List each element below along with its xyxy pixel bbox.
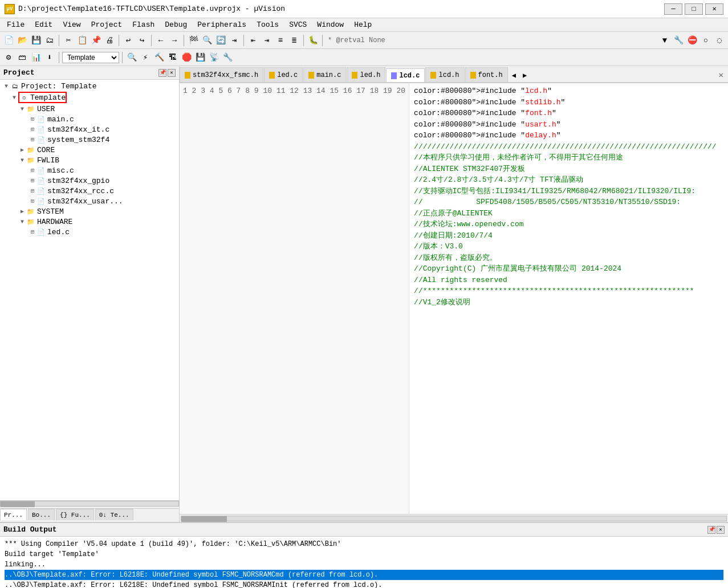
menu-item-edit[interactable]: Edit [30,19,57,30]
tree-gpio[interactable]: ⊞ 📄 stm32f4xx_gpio [27,175,179,186]
tab-ledc[interactable]: led.c [264,67,303,82]
toolbar-btn-extra5[interactable]: ◌ [713,34,726,47]
tab-stm32f4xx_fsmch[interactable]: stm32f4xx_fsmc.h [180,67,263,82]
build-pin-button[interactable]: 📌 [707,526,715,534]
code-editor[interactable]: 1 2 3 4 5 6 7 8 9 10 11 12 13 14 15 16 1… [180,83,728,514]
tab-nav-left[interactable]: ◀ [509,69,519,82]
menu-item-peripherals[interactable]: Peripherals [193,19,251,30]
proj-tab-bo[interactable]: Bo... [28,509,55,520]
flash2-btn[interactable]: 📡 [208,51,220,64]
tree-core-folder[interactable]: ▶ 📁 CORE [17,145,179,155]
debug-button[interactable]: 🐛 [307,34,319,47]
menu-item-svcs[interactable]: SVCS [284,19,311,30]
find-button[interactable]: 🔍 [201,34,213,47]
expand-core[interactable]: ▶ [18,146,26,154]
flash3-btn[interactable]: 🔧 [221,51,234,64]
menu-item-window[interactable]: Window [312,19,348,30]
tab-lcdc[interactable]: lcd.c [386,68,425,83]
menu-item-file[interactable]: File [2,19,29,30]
proj-tab-te[interactable]: 0↓ Te... [95,509,133,520]
tab-nav-right[interactable]: ▶ [519,69,530,82]
menu-item-tools[interactable]: Tools [252,19,283,30]
outdent-button[interactable]: ⇥ [261,34,273,47]
tree-usar[interactable]: ⊞ 📄 stm32f4xx_usar... [27,196,179,206]
build-close-button[interactable]: ✕ [717,526,725,534]
tree-led-c[interactable]: ⊞ 📄 led.c [27,227,179,237]
tab-mainc[interactable]: main.c [303,67,346,82]
redo-button[interactable]: ↪ [136,34,148,47]
download-button[interactable]: ⬇ [43,51,56,64]
window-controls[interactable]: — □ ✕ [664,3,723,15]
indent-button[interactable]: ⇥ [228,34,241,47]
toolbar-btn-extra4[interactable]: ○ [699,34,712,47]
expand-user[interactable]: ▼ [18,105,26,113]
code-content[interactable]: color:#800080">#include "lcd.h" color:#8… [409,83,728,514]
paste-button[interactable]: 📌 [90,34,102,47]
cut-button[interactable]: ✂ [62,34,75,47]
print-button[interactable]: 🖨 [103,34,116,47]
menu-item-flash[interactable]: Flash [128,19,159,30]
list2-button[interactable]: ≣ [288,34,300,47]
forward-button[interactable]: → [168,34,181,47]
expand-usar[interactable]: ⊞ [29,197,36,205]
list-button[interactable]: ≡ [274,34,287,47]
panel-close-button[interactable]: ✕ [168,69,176,77]
new-file-button[interactable]: 📄 [2,34,15,47]
menu-item-view[interactable]: View [58,19,85,30]
toolbar-btn-extra3[interactable]: ⛔ [686,34,698,47]
save-all-button[interactable]: 🗂 [43,34,56,47]
expand-misc-c[interactable]: ⊞ [29,166,36,174]
expand-template[interactable]: ▼ [10,93,18,101]
expand-gpio[interactable]: ⊞ [29,177,36,185]
tab-fonth[interactable]: font.h [465,67,508,82]
open-button[interactable]: 📂 [16,34,29,47]
expand-system-stm32[interactable]: ⊞ [29,136,36,144]
zoom-button[interactable]: 🔍 [125,51,138,64]
tree-stm32-it[interactable]: ⊞ 📄 stm32f4xx_it.c [27,124,179,134]
save-button[interactable]: 💾 [30,34,42,47]
expand-main-c[interactable]: ⊞ [29,115,36,123]
close-button[interactable]: ✕ [705,3,723,15]
rebuild-button[interactable]: 🏗 [166,51,179,64]
manage-button[interactable]: 🗃 [16,51,29,64]
tree-fwlib-folder[interactable]: ▼ 📁 FWLIB [17,155,179,165]
tree-rcc[interactable]: ⊞ 📄 stm32f4xx_rcc.c [27,186,179,196]
code-hscroll-track[interactable] [181,516,727,521]
expand-fwlib[interactable]: ▼ [18,156,26,164]
back-button[interactable]: ← [154,34,167,47]
menu-item-debug[interactable]: Debug [160,19,192,30]
stop-button[interactable]: 🛑 [180,51,193,64]
bookmark-button[interactable]: 🏁 [187,34,200,47]
proj-tab-pr[interactable]: Pr... [0,509,27,520]
tab-close-all[interactable]: ✕ [714,68,728,82]
tab-lcdh[interactable]: lcd.h [425,67,464,82]
expand-root[interactable]: ▼ [2,82,10,90]
tree-system-stm32[interactable]: ⊞ 📄 system_stm32f4 [27,134,179,145]
tree-system-folder[interactable]: ▶ 📁 SYSTEM [17,206,179,217]
translate-button[interactable]: ⚡ [139,51,152,64]
build-target-button[interactable]: ⚙ [2,51,15,64]
translate2-button[interactable]: 🔨 [153,51,165,64]
tree-root[interactable]: ▼ 🗂 Project: Template [0,81,179,91]
undo-button[interactable]: ↩ [122,34,135,47]
toolbar-btn-extra2[interactable]: 🔧 [672,34,685,47]
panel-pin-button[interactable]: 📌 [158,69,166,77]
project-hscroll[interactable] [0,500,179,508]
expand-led-c[interactable]: ⊞ [29,228,36,236]
replace-button[interactable]: 🔄 [214,34,227,47]
maximize-button[interactable]: □ [685,3,703,15]
flash-btn[interactable]: 💾 [194,51,206,64]
menu-item-help[interactable]: Help [349,19,376,30]
code-hscroll-thumb[interactable] [181,516,227,522]
copy-button[interactable]: 📋 [76,34,88,47]
project-hscroll-track[interactable] [0,501,179,507]
target-select[interactable]: Template [62,52,119,63]
proj-tab-fu[interactable]: {} Fu... [56,509,94,520]
menu-item-project[interactable]: Project [87,19,127,30]
options-button[interactable]: 📊 [30,51,42,64]
tab-ledh[interactable]: led.h [347,67,385,82]
code-hscroll[interactable] [180,514,728,522]
tree-template[interactable]: ▼ ⚙ Template [9,91,179,104]
tree-main-c[interactable]: ⊞ 📄 main.c [27,114,179,124]
expand-hardware[interactable]: ▼ [18,218,26,226]
